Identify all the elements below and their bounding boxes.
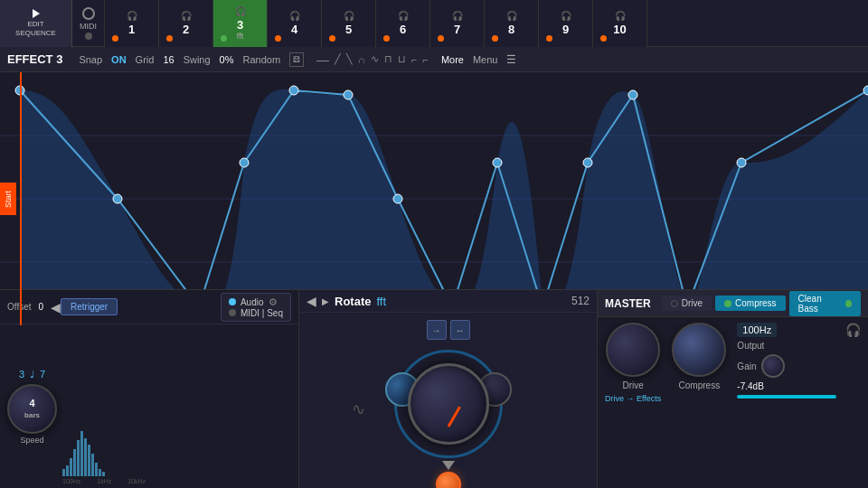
slope-icon[interactable]: ⌐: [411, 54, 417, 65]
freq-bars: [62, 422, 291, 476]
compress-tab[interactable]: Compress: [715, 296, 786, 311]
freq-bar: [66, 465, 69, 476]
drive-tab[interactable]: Drive: [662, 296, 712, 311]
pulse2-icon[interactable]: ⊔: [398, 53, 406, 65]
retrigger-arrow-left[interactable]: ◀: [51, 300, 61, 314]
main-big-knob[interactable]: [408, 363, 489, 445]
freq-bar: [99, 469, 101, 476]
track-tab-4[interactable]: 🎧 4: [268, 0, 322, 47]
snap-label: Snap: [79, 54, 102, 65]
headphone-icon-2: 🎧: [181, 11, 192, 21]
speed-knob[interactable]: 4 bars: [7, 384, 57, 434]
track-tab-8[interactable]: 🎧 8: [485, 0, 539, 47]
hz-label[interactable]: 100Hz: [737, 323, 777, 337]
bezier-icon[interactable]: ∿: [352, 399, 365, 419]
wave-icon[interactable]: ∿: [371, 53, 379, 65]
gain-value: -7.4dB: [737, 381, 861, 391]
gear-icon[interactable]: ⚙: [269, 296, 278, 308]
freq-labels: 100Hz 1kHz 10kHz: [62, 478, 291, 484]
lfo-arrow-row: → ↔: [427, 320, 470, 340]
audio-row: Audio ⚙: [229, 296, 283, 308]
rotate-play-button[interactable]: ▶: [322, 296, 329, 306]
swing-label: Swing: [184, 54, 211, 65]
swing-value[interactable]: 0%: [220, 54, 234, 65]
menu-label[interactable]: Menu: [473, 54, 498, 65]
track-tab-10[interactable]: 🎧 10: [593, 0, 647, 47]
track-num-6: 6: [400, 23, 406, 36]
track-num-4: 4: [291, 23, 297, 36]
headphone-icon-9: 🎧: [561, 11, 571, 21]
midi-seq-dot: [229, 309, 236, 316]
svg-point-7: [289, 86, 298, 95]
svg-point-16: [737, 158, 746, 167]
gain-knob[interactable]: [761, 354, 785, 378]
headphone-icon-4: 🎧: [289, 11, 300, 21]
orange-button[interactable]: [436, 472, 461, 488]
ramp-icon[interactable]: ⌐: [422, 54, 428, 65]
gain-bar: [737, 395, 835, 399]
drive-knob[interactable]: [606, 323, 660, 377]
track-num-5: 5: [345, 23, 352, 36]
track-tab-9[interactable]: 🎧 9: [539, 0, 593, 47]
speed-section: 3 ♩ 7 4 bars Speed: [0, 324, 298, 488]
start-label: Start: [0, 183, 16, 215]
pulse-icon[interactable]: ⊓: [384, 53, 392, 65]
arch-icon[interactable]: ∩: [358, 54, 365, 65]
edit-sequence-button[interactable]: EDITSEQUENCE: [0, 0, 72, 47]
left-panel: Offset 0 ◀ Retrigger Audio ⚙: [0, 289, 298, 488]
rotate-title: Rotate: [335, 295, 371, 308]
freq-1khz: 1kHz: [97, 478, 111, 484]
curve-up-icon[interactable]: ╱: [335, 53, 341, 65]
arrow-right-btn[interactable]: ↔: [450, 320, 470, 340]
track-led-7: [438, 35, 444, 42]
track-tab-7[interactable]: 🎧 7: [430, 0, 485, 47]
note-markers: 3 ♩ 7: [19, 369, 45, 380]
track-tab-2[interactable]: 🎧 2: [159, 0, 213, 47]
more-button[interactable]: More: [441, 54, 464, 65]
track-num-1: 1: [128, 23, 135, 36]
freq-bar: [84, 438, 87, 476]
freq-bars-container: 100Hz 1kHz 10kHz: [62, 328, 291, 484]
master-title: MASTER: [605, 297, 651, 310]
compress-power-icon: [724, 300, 731, 307]
drive-power-icon: [671, 300, 678, 307]
retrigger-button[interactable]: Retrigger: [61, 298, 118, 315]
track-num-3: 3: [237, 18, 243, 32]
track-tab-5[interactable]: 🎧 5: [322, 0, 376, 47]
track-led-5: [329, 35, 335, 42]
clean-bass-power-icon: [845, 300, 853, 307]
track-tab-6[interactable]: 🎧 6: [376, 0, 430, 47]
freq-bar: [80, 431, 83, 476]
track-name-3: fft: [237, 32, 243, 41]
rotate-prev-button[interactable]: ◀: [307, 294, 316, 308]
master-header: MASTER Drive Compress Clean Bass: [598, 290, 868, 317]
headphone-right-icon[interactable]: 🎧: [845, 323, 861, 337]
compress-knob-label: Compress: [679, 380, 721, 390]
snap-value[interactable]: ON: [111, 54, 127, 65]
play-triangle-icon: [442, 461, 455, 470]
curve-icons: — ╱ ╲ ∩ ∿ ⊓ ⊔ ⌐ ⌐: [316, 52, 429, 67]
speed-knob-label: Speed: [20, 436, 43, 445]
track-tab-1[interactable]: 🎧 1: [105, 0, 159, 47]
envelope-area[interactable]: Start: [0, 72, 868, 325]
grid-value[interactable]: 16: [163, 54, 174, 65]
compress-tab-label: Compress: [735, 298, 777, 308]
lfo-curve[interactable]: [0, 72, 868, 325]
big-knob-area: ∿: [390, 345, 507, 463]
clean-bass-tab[interactable]: Clean Bass: [789, 291, 861, 316]
freq-bar: [95, 463, 98, 476]
hamburger-icon[interactable]: ☰: [506, 53, 516, 66]
line-icon[interactable]: —: [316, 52, 329, 67]
random-icon[interactable]: ⚄: [289, 52, 304, 67]
note-val-high: 7: [40, 369, 45, 380]
track-led-8: [492, 35, 498, 42]
arrow-left-btn[interactable]: →: [427, 320, 447, 340]
compress-knob[interactable]: [672, 323, 726, 377]
curve-down-icon[interactable]: ╲: [346, 53, 353, 65]
power-icon[interactable]: [82, 7, 95, 20]
headphone-icon-10: 🎧: [615, 11, 626, 21]
hz-row: 100Hz 🎧: [737, 323, 861, 337]
svg-point-13: [583, 158, 592, 167]
track-tab-3[interactable]: 🎧 3 fft: [213, 0, 268, 47]
freq-bar: [77, 440, 80, 476]
